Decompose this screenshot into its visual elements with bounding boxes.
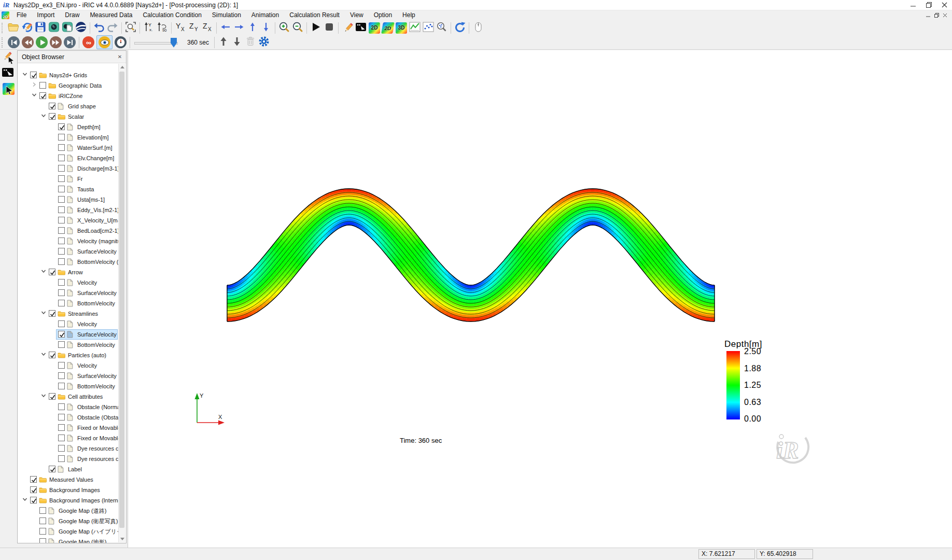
visibility-checkbox[interactable]: [58, 165, 65, 172]
menu-draw[interactable]: Draw: [60, 10, 85, 20]
visibility-checkbox[interactable]: [39, 507, 46, 514]
visibility-checkbox[interactable]: [49, 310, 55, 317]
visibility-checkbox[interactable]: [58, 445, 65, 452]
menu-view[interactable]: View: [345, 10, 369, 20]
menu-calculation-condition[interactable]: Calculation Condition: [137, 10, 206, 20]
minimize-button[interactable]: [905, 1, 921, 10]
anim-last-button[interactable]: [63, 36, 77, 48]
animation-settings-button[interactable]: [258, 36, 270, 49]
mdi-restore-button[interactable]: [932, 12, 941, 19]
tree-item-bottomvelocity[interactable]: BottomVelocity (...: [18, 257, 119, 267]
save-button[interactable]: [34, 21, 47, 35]
tree-item-usta-ms-1[interactable]: Usta[ms-1]: [18, 194, 119, 205]
visibility-checkbox[interactable]: [58, 206, 65, 213]
visibility-checkbox[interactable]: [58, 383, 65, 389]
visibility-checkbox[interactable]: [49, 393, 55, 400]
visibility-checkbox[interactable]: [58, 289, 65, 296]
mouse-hint-button[interactable]: [472, 21, 484, 35]
expander-open-icon[interactable]: [41, 352, 46, 358]
tree-item-arrow[interactable]: Arrow: [18, 267, 119, 277]
object-browser-close-icon[interactable]: ✕: [116, 53, 123, 61]
rotate-90-button[interactable]: 90: [156, 21, 169, 35]
anim-visibility-button[interactable]: [96, 35, 113, 49]
menu-animation[interactable]: Animation: [246, 10, 284, 20]
visibility-checkbox[interactable]: [58, 403, 65, 410]
tree-item-surfacevelocity[interactable]: SurfaceVelocity: [18, 329, 119, 340]
visibility-checkbox[interactable]: [58, 175, 65, 182]
scroll-thumb[interactable]: [119, 72, 124, 528]
maximize-button[interactable]: [921, 1, 936, 10]
visibility-checkbox[interactable]: [39, 528, 46, 535]
snapshot-button[interactable]: [48, 21, 60, 35]
copy-snapshot-button[interactable]: [61, 21, 74, 35]
tree-item-velocity[interactable]: Velocity: [18, 360, 119, 371]
undo-button[interactable]: [93, 21, 105, 35]
tree-item-google-map[interactable]: Google Map (地形): [18, 537, 119, 543]
pan-down-button[interactable]: [260, 21, 272, 35]
tree-item-fixed-or-movable[interactable]: Fixed or Movable ...: [18, 423, 119, 433]
axis-reset-button[interactable]: Yx.: [143, 21, 155, 35]
tree-item-scalar[interactable]: Scalar: [18, 111, 119, 122]
view-zy-button[interactable]: ZY: [188, 21, 200, 35]
tree-item-bottomvelocity[interactable]: BottomVelocity: [18, 381, 119, 391]
visibility-checkbox[interactable]: [58, 237, 65, 244]
tree-item-google-map[interactable]: Google Map (ハイブリッド): [18, 526, 119, 537]
mdi-close-button[interactable]: [941, 12, 949, 19]
tree-item-particles-auto[interactable]: Particles (auto): [18, 350, 119, 360]
visibility-checkbox[interactable]: [49, 352, 55, 358]
expander-open-icon[interactable]: [32, 92, 37, 99]
mdi-minimize-button[interactable]: [924, 12, 932, 19]
time-slider[interactable]: [134, 36, 184, 49]
visibility-checkbox[interactable]: [58, 155, 65, 161]
scroll-up-icon[interactable]: [119, 64, 125, 71]
zoom-frame-button[interactable]: [124, 21, 137, 35]
tree-item-velocity[interactable]: Velocity: [18, 277, 119, 288]
visibility-checkbox[interactable]: [49, 103, 55, 109]
scatter-window-button[interactable]: [422, 21, 435, 35]
tree-item-google-map[interactable]: Google Map (衛星写真): [18, 516, 119, 526]
tree-item-surfacevelocity[interactable]: SurfaceVelocity (...: [18, 246, 119, 257]
tree-item-velocity-magnitu[interactable]: Velocity (magnitu...: [18, 236, 119, 246]
menu-simulation[interactable]: Simulation: [207, 10, 246, 20]
post-processing-2d-view[interactable]: Y X Time: 360 sec Depth[m] 2.501.881.250…: [128, 50, 952, 548]
mouse-hint-console-button[interactable]: [2, 67, 15, 80]
menu-option[interactable]: Option: [369, 10, 397, 20]
zoom-in-button[interactable]: [278, 21, 290, 35]
color-legend-2d-button[interactable]: [2, 82, 15, 95]
expander-open-icon[interactable]: [41, 113, 46, 119]
visibility-checkbox[interactable]: [49, 113, 55, 120]
visibility-checkbox[interactable]: [58, 300, 65, 306]
visibility-checkbox[interactable]: [49, 269, 55, 275]
tree-item-x-velocity-u-m[interactable]: X_Velocity_U[m-...: [18, 215, 119, 226]
tree-item-background-images[interactable]: Background Images: [18, 485, 119, 495]
tree-item-tausta[interactable]: Tausta: [18, 184, 119, 194]
visibility-checkbox[interactable]: [58, 134, 65, 141]
open-project-button[interactable]: [7, 21, 20, 35]
visibility-checkbox[interactable]: [30, 476, 37, 483]
tree-item-google-map[interactable]: Google Map (道路): [18, 506, 119, 516]
tree-item-depth-m[interactable]: Depth[m]: [18, 122, 119, 132]
tree-item-obstacle-normal[interactable]: Obstacle (Normal...: [18, 402, 119, 412]
visibility-checkbox[interactable]: [58, 144, 65, 151]
run-button[interactable]: [310, 21, 322, 35]
visibility-checkbox[interactable]: [58, 414, 65, 421]
expander-closed-icon[interactable]: [32, 82, 37, 88]
anim-prev-button[interactable]: [21, 36, 35, 48]
expander-open-icon[interactable]: [41, 269, 46, 275]
visibility-checkbox[interactable]: [58, 341, 65, 348]
visibility-checkbox[interactable]: [58, 331, 65, 338]
visibility-checkbox[interactable]: [30, 497, 37, 503]
anim-first-button[interactable]: [7, 36, 21, 48]
tree-item-iriczone[interactable]: iRICZone: [18, 91, 119, 101]
menu-import[interactable]: Import: [32, 10, 60, 20]
expander-open-icon[interactable]: [22, 72, 27, 78]
frame-down-button[interactable]: [231, 36, 243, 49]
tree-item-bottomvelocity[interactable]: BottomVelocity: [18, 340, 119, 350]
menu-calculation-result[interactable]: Calculation Result: [284, 10, 345, 20]
menu-help[interactable]: Help: [397, 10, 421, 20]
expander-open-icon[interactable]: [41, 393, 46, 399]
tree-item-dye-resources-cell[interactable]: Dye resources cell...: [18, 454, 119, 464]
tree-item-geographic-data[interactable]: Geographic Data: [18, 80, 119, 91]
visibility-checkbox[interactable]: [39, 92, 46, 99]
visibility-checkbox[interactable]: [39, 517, 46, 524]
